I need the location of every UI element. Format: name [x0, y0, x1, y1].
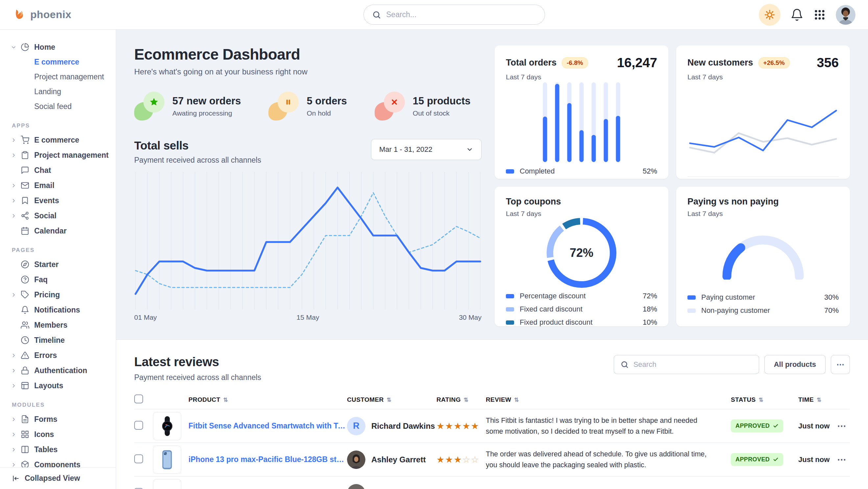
chat-icon	[21, 166, 30, 175]
app-window: phoenix	[0, 0, 868, 489]
product-link[interactable]: iPhone 13 pro max-Pacific Blue-128GB sto…	[188, 455, 347, 464]
reviews-search-input[interactable]	[633, 360, 752, 369]
customer-name: Richard Dawkins	[371, 422, 435, 431]
legend-row: Non-paying customer 70%	[687, 304, 839, 317]
sidebar-item-label: Social	[34, 211, 57, 220]
sidebar-item-project-management[interactable]: Project management	[11, 147, 110, 163]
row-checkbox[interactable]	[134, 454, 143, 463]
profile-avatar[interactable]	[836, 5, 856, 25]
latest-reviews-section: Latest reviews Payment received across a…	[116, 340, 868, 489]
legend-swatch	[506, 320, 514, 325]
column-header-time[interactable]: TIME ⇅	[798, 396, 834, 403]
table-row: iPhone 13 pro max-Pacific Blue-128GB sto…	[134, 442, 850, 476]
all-products-button[interactable]: All products	[765, 355, 826, 374]
row-menu-button[interactable]: ⋯	[834, 454, 850, 465]
row-checkbox[interactable]	[134, 421, 143, 430]
sidebar-item-pricing[interactable]: Pricing	[11, 287, 110, 302]
sidebar-subitem-project-management[interactable]: Project management	[11, 69, 110, 84]
sidebar-item-home[interactable]: Home	[11, 39, 110, 55]
legend-row: Fixed card discount 18%	[506, 303, 657, 316]
legend-value: 30%	[824, 293, 839, 301]
sidebar-item-timeline[interactable]: Timeline	[11, 333, 110, 348]
top-coupons-legend: Percentage discount 72% Fixed card disco…	[506, 289, 657, 326]
new-customers-x-labels: 01 May 07 May	[687, 176, 839, 179]
x-icon	[375, 91, 405, 120]
sidebar-item-errors[interactable]: Errors	[11, 348, 110, 363]
sidebar-item-label: Events	[34, 196, 59, 205]
page-subtitle: Here's what's going on at your business …	[134, 67, 482, 77]
sidebar-item-forms[interactable]: Forms	[11, 412, 110, 427]
header-actions	[759, 4, 856, 26]
column-header-customer[interactable]: CUSTOMER ⇅	[347, 396, 436, 403]
reviews-search[interactable]	[614, 355, 759, 374]
theme-toggle-button[interactable]	[759, 4, 780, 26]
collapse-arrow-icon	[11, 474, 20, 483]
dashboard-left: Ecommerce Dashboard Here's what's going …	[134, 46, 482, 326]
sidebar-item-tables[interactable]: Tables	[11, 442, 110, 457]
sun-icon	[764, 9, 775, 21]
column-header-rating[interactable]: RATING ⇅	[436, 396, 486, 403]
sort-icon: ⇅	[223, 397, 228, 403]
pie-chart-icon	[21, 42, 30, 52]
column-header-review[interactable]: REVIEW ⇅	[486, 396, 731, 403]
alert-icon	[21, 351, 30, 360]
select-all-checkbox[interactable]	[134, 395, 143, 403]
sidebar-item-calendar[interactable]: Calendar	[11, 223, 110, 238]
collapsed-view-toggle[interactable]: Collapsed View	[0, 467, 116, 489]
sidebar-item-faq[interactable]: Faq	[11, 272, 110, 287]
sidebar-item-label: Errors	[34, 351, 57, 360]
total-sells-title: Total sells	[134, 139, 261, 152]
phoenix-logo-icon	[12, 8, 26, 22]
sidebar-item-starter[interactable]: Starter	[11, 257, 110, 272]
x-label-start: 01 May	[134, 314, 157, 321]
table-body: Fitbit Sense Advanced Smartwatch with To…	[134, 409, 850, 489]
sidebar-item-events[interactable]: Events	[11, 193, 110, 208]
apps-grid-button[interactable]	[813, 8, 826, 21]
total-sells-x-labels: 01 May 15 May 30 May	[134, 314, 482, 321]
sidebar-subitem-e-commerce[interactable]: E commerce	[11, 55, 110, 69]
top-coupons-card: Top coupons Last 7 days 72% Percentage d…	[495, 187, 668, 326]
legend-row: Paying customer 30%	[687, 291, 839, 304]
legend-label: Percentage discount	[520, 292, 586, 300]
sidebar-subitem-social-feed[interactable]: Social feed	[11, 99, 110, 114]
rating-stars: ★★★☆☆	[436, 454, 486, 465]
column-header-product[interactable]: PRODUCT ⇅	[153, 396, 347, 403]
caret-right-icon	[11, 138, 17, 143]
sidebar-item-notifications[interactable]: Notifications	[11, 302, 110, 317]
sidebar-item-components[interactable]: Components	[11, 457, 110, 467]
logo[interactable]: phoenix	[12, 8, 71, 22]
reviews-controls: All products ⋯	[614, 355, 850, 374]
paying-card: Paying vs non paying Last 7 days Paying …	[676, 187, 850, 326]
sidebar-item-e-commerce[interactable]: E commerce	[11, 133, 110, 147]
sidebar-item-layouts[interactable]: Layouts	[11, 378, 110, 393]
date-range-select[interactable]: Mar 1 - 31, 2022	[371, 139, 482, 160]
reviews-more-button[interactable]: ⋯	[831, 355, 850, 374]
sidebar-section-apps: APPS	[12, 122, 110, 129]
row-menu-button[interactable]: ⋯	[834, 421, 850, 431]
sidebar-item-members[interactable]: Members	[11, 317, 110, 333]
status-badge: APPROVED	[731, 420, 783, 432]
legend-label: Non-paying customer	[701, 306, 770, 315]
search-input[interactable]	[385, 10, 536, 20]
sort-icon: ⇅	[464, 397, 469, 403]
legend-label: Completed	[520, 167, 555, 175]
sidebar-item-social[interactable]: Social	[11, 208, 110, 223]
help-icon	[21, 275, 30, 284]
product-link[interactable]: Fitbit Sense Advanced Smartwatch with To…	[188, 422, 347, 430]
sidebar-item-chat[interactable]: Chat	[11, 163, 110, 178]
x-label-end: 30 May	[459, 314, 482, 321]
column-header-status[interactable]: STATUS ⇅	[731, 396, 798, 403]
sort-icon: ⇅	[817, 397, 822, 403]
sidebar-item-icons[interactable]: Icons	[11, 427, 110, 442]
global-search[interactable]	[364, 5, 545, 25]
search-icon	[372, 10, 381, 19]
sidebar-item-email[interactable]: Email	[11, 178, 110, 193]
caret-right-icon	[11, 183, 17, 188]
sidebar-item-label: Tables	[34, 445, 58, 454]
sidebar-subitem-landing[interactable]: Landing	[11, 84, 110, 99]
sidebar-item-authentication[interactable]: Authentication	[11, 363, 110, 378]
top-coupons-chart: 72%	[506, 218, 657, 288]
star-icon	[134, 91, 164, 120]
notifications-button[interactable]	[790, 8, 804, 21]
avatar: R	[347, 417, 365, 435]
